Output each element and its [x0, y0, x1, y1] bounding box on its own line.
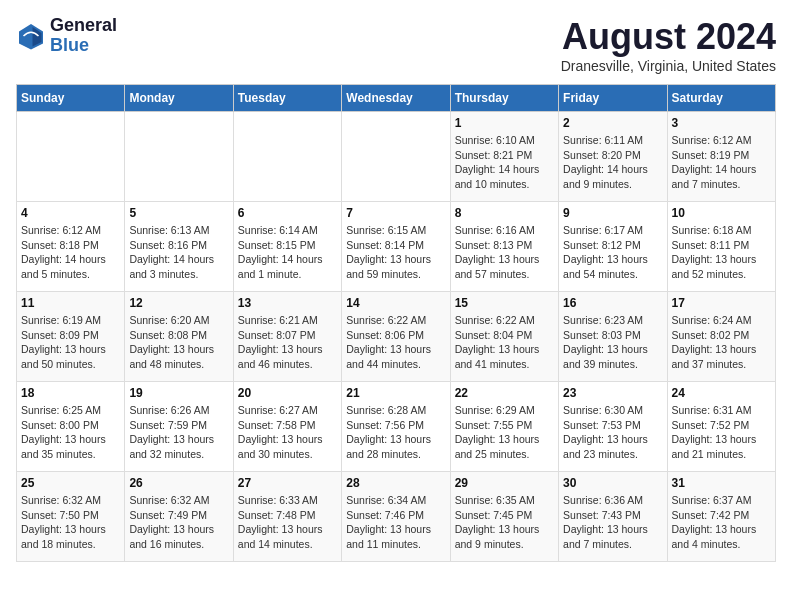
- day-info: Sunrise: 6:12 AM Sunset: 8:18 PM Dayligh…: [21, 223, 120, 282]
- logo-line1: General: [50, 16, 117, 36]
- header-cell-friday: Friday: [559, 85, 667, 112]
- calendar-cell: 23Sunrise: 6:30 AM Sunset: 7:53 PM Dayli…: [559, 382, 667, 472]
- calendar-week-0: 1Sunrise: 6:10 AM Sunset: 8:21 PM Daylig…: [17, 112, 776, 202]
- calendar-cell: 25Sunrise: 6:32 AM Sunset: 7:50 PM Dayli…: [17, 472, 125, 562]
- calendar-week-4: 25Sunrise: 6:32 AM Sunset: 7:50 PM Dayli…: [17, 472, 776, 562]
- calendar-week-3: 18Sunrise: 6:25 AM Sunset: 8:00 PM Dayli…: [17, 382, 776, 472]
- day-info: Sunrise: 6:27 AM Sunset: 7:58 PM Dayligh…: [238, 403, 337, 462]
- day-number: 14: [346, 296, 445, 310]
- day-info: Sunrise: 6:10 AM Sunset: 8:21 PM Dayligh…: [455, 133, 554, 192]
- logo: General Blue: [16, 16, 117, 56]
- day-number: 30: [563, 476, 662, 490]
- day-info: Sunrise: 6:18 AM Sunset: 8:11 PM Dayligh…: [672, 223, 771, 282]
- day-info: Sunrise: 6:28 AM Sunset: 7:56 PM Dayligh…: [346, 403, 445, 462]
- header-cell-monday: Monday: [125, 85, 233, 112]
- header-cell-sunday: Sunday: [17, 85, 125, 112]
- calendar-cell: 22Sunrise: 6:29 AM Sunset: 7:55 PM Dayli…: [450, 382, 558, 472]
- calendar-cell: [342, 112, 450, 202]
- day-info: Sunrise: 6:30 AM Sunset: 7:53 PM Dayligh…: [563, 403, 662, 462]
- day-number: 8: [455, 206, 554, 220]
- calendar-cell: 1Sunrise: 6:10 AM Sunset: 8:21 PM Daylig…: [450, 112, 558, 202]
- day-info: Sunrise: 6:33 AM Sunset: 7:48 PM Dayligh…: [238, 493, 337, 552]
- calendar-cell: 13Sunrise: 6:21 AM Sunset: 8:07 PM Dayli…: [233, 292, 341, 382]
- calendar-cell: 30Sunrise: 6:36 AM Sunset: 7:43 PM Dayli…: [559, 472, 667, 562]
- calendar-cell: 6Sunrise: 6:14 AM Sunset: 8:15 PM Daylig…: [233, 202, 341, 292]
- calendar-header: SundayMondayTuesdayWednesdayThursdayFrid…: [17, 85, 776, 112]
- calendar-cell: 20Sunrise: 6:27 AM Sunset: 7:58 PM Dayli…: [233, 382, 341, 472]
- day-number: 28: [346, 476, 445, 490]
- day-number: 15: [455, 296, 554, 310]
- calendar-cell: 19Sunrise: 6:26 AM Sunset: 7:59 PM Dayli…: [125, 382, 233, 472]
- page-header: General Blue August 2024 Dranesville, Vi…: [16, 16, 776, 74]
- calendar-cell: 10Sunrise: 6:18 AM Sunset: 8:11 PM Dayli…: [667, 202, 775, 292]
- header-cell-tuesday: Tuesday: [233, 85, 341, 112]
- header-cell-saturday: Saturday: [667, 85, 775, 112]
- calendar-cell: 4Sunrise: 6:12 AM Sunset: 8:18 PM Daylig…: [17, 202, 125, 292]
- calendar-cell: 2Sunrise: 6:11 AM Sunset: 8:20 PM Daylig…: [559, 112, 667, 202]
- logo-line2: Blue: [50, 36, 117, 56]
- day-number: 27: [238, 476, 337, 490]
- day-info: Sunrise: 6:34 AM Sunset: 7:46 PM Dayligh…: [346, 493, 445, 552]
- day-info: Sunrise: 6:21 AM Sunset: 8:07 PM Dayligh…: [238, 313, 337, 372]
- day-number: 6: [238, 206, 337, 220]
- day-info: Sunrise: 6:13 AM Sunset: 8:16 PM Dayligh…: [129, 223, 228, 282]
- header-cell-wednesday: Wednesday: [342, 85, 450, 112]
- calendar-cell: 11Sunrise: 6:19 AM Sunset: 8:09 PM Dayli…: [17, 292, 125, 382]
- calendar-cell: [125, 112, 233, 202]
- day-number: 22: [455, 386, 554, 400]
- subtitle: Dranesville, Virginia, United States: [561, 58, 776, 74]
- day-info: Sunrise: 6:16 AM Sunset: 8:13 PM Dayligh…: [455, 223, 554, 282]
- calendar-cell: 14Sunrise: 6:22 AM Sunset: 8:06 PM Dayli…: [342, 292, 450, 382]
- calendar-cell: 15Sunrise: 6:22 AM Sunset: 8:04 PM Dayli…: [450, 292, 558, 382]
- day-number: 20: [238, 386, 337, 400]
- title-block: August 2024 Dranesville, Virginia, Unite…: [561, 16, 776, 74]
- day-number: 23: [563, 386, 662, 400]
- day-number: 7: [346, 206, 445, 220]
- day-number: 26: [129, 476, 228, 490]
- header-row: SundayMondayTuesdayWednesdayThursdayFrid…: [17, 85, 776, 112]
- day-info: Sunrise: 6:25 AM Sunset: 8:00 PM Dayligh…: [21, 403, 120, 462]
- day-info: Sunrise: 6:20 AM Sunset: 8:08 PM Dayligh…: [129, 313, 228, 372]
- calendar-cell: 16Sunrise: 6:23 AM Sunset: 8:03 PM Dayli…: [559, 292, 667, 382]
- day-info: Sunrise: 6:15 AM Sunset: 8:14 PM Dayligh…: [346, 223, 445, 282]
- day-info: Sunrise: 6:12 AM Sunset: 8:19 PM Dayligh…: [672, 133, 771, 192]
- logo-icon: [16, 21, 46, 51]
- day-info: Sunrise: 6:36 AM Sunset: 7:43 PM Dayligh…: [563, 493, 662, 552]
- day-info: Sunrise: 6:14 AM Sunset: 8:15 PM Dayligh…: [238, 223, 337, 282]
- day-info: Sunrise: 6:19 AM Sunset: 8:09 PM Dayligh…: [21, 313, 120, 372]
- day-info: Sunrise: 6:37 AM Sunset: 7:42 PM Dayligh…: [672, 493, 771, 552]
- day-number: 11: [21, 296, 120, 310]
- calendar-cell: 27Sunrise: 6:33 AM Sunset: 7:48 PM Dayli…: [233, 472, 341, 562]
- day-number: 13: [238, 296, 337, 310]
- calendar-table: SundayMondayTuesdayWednesdayThursdayFrid…: [16, 84, 776, 562]
- calendar-cell: 12Sunrise: 6:20 AM Sunset: 8:08 PM Dayli…: [125, 292, 233, 382]
- day-number: 19: [129, 386, 228, 400]
- day-info: Sunrise: 6:26 AM Sunset: 7:59 PM Dayligh…: [129, 403, 228, 462]
- day-number: 18: [21, 386, 120, 400]
- day-number: 10: [672, 206, 771, 220]
- calendar-cell: 9Sunrise: 6:17 AM Sunset: 8:12 PM Daylig…: [559, 202, 667, 292]
- day-info: Sunrise: 6:22 AM Sunset: 8:06 PM Dayligh…: [346, 313, 445, 372]
- day-number: 12: [129, 296, 228, 310]
- calendar-cell: 31Sunrise: 6:37 AM Sunset: 7:42 PM Dayli…: [667, 472, 775, 562]
- calendar-week-1: 4Sunrise: 6:12 AM Sunset: 8:18 PM Daylig…: [17, 202, 776, 292]
- calendar-cell: 26Sunrise: 6:32 AM Sunset: 7:49 PM Dayli…: [125, 472, 233, 562]
- day-info: Sunrise: 6:31 AM Sunset: 7:52 PM Dayligh…: [672, 403, 771, 462]
- day-info: Sunrise: 6:17 AM Sunset: 8:12 PM Dayligh…: [563, 223, 662, 282]
- calendar-cell: 29Sunrise: 6:35 AM Sunset: 7:45 PM Dayli…: [450, 472, 558, 562]
- day-info: Sunrise: 6:32 AM Sunset: 7:50 PM Dayligh…: [21, 493, 120, 552]
- day-number: 5: [129, 206, 228, 220]
- day-number: 1: [455, 116, 554, 130]
- day-number: 17: [672, 296, 771, 310]
- main-title: August 2024: [561, 16, 776, 58]
- calendar-cell: [17, 112, 125, 202]
- day-info: Sunrise: 6:11 AM Sunset: 8:20 PM Dayligh…: [563, 133, 662, 192]
- calendar-cell: 17Sunrise: 6:24 AM Sunset: 8:02 PM Dayli…: [667, 292, 775, 382]
- day-info: Sunrise: 6:22 AM Sunset: 8:04 PM Dayligh…: [455, 313, 554, 372]
- calendar-cell: 8Sunrise: 6:16 AM Sunset: 8:13 PM Daylig…: [450, 202, 558, 292]
- day-info: Sunrise: 6:29 AM Sunset: 7:55 PM Dayligh…: [455, 403, 554, 462]
- day-number: 25: [21, 476, 120, 490]
- day-number: 21: [346, 386, 445, 400]
- day-number: 16: [563, 296, 662, 310]
- day-number: 31: [672, 476, 771, 490]
